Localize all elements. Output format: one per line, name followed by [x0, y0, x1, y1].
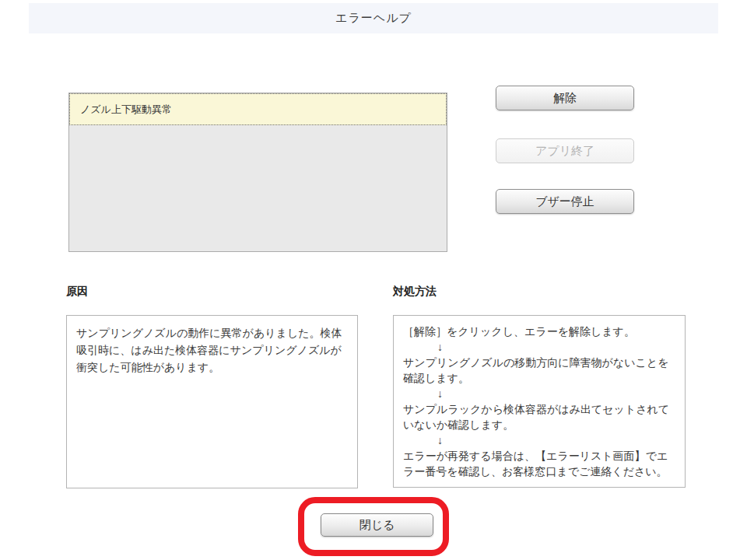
buzzer-stop-button[interactable]: ブザー停止: [496, 189, 634, 214]
remedy-step-4: エラーが再発する場合は、【エラーリスト画面】でエラー番号を確認し、お客様窓口まで…: [403, 448, 675, 479]
remedy-step-2: サンプリングノズルの移動方向に障害物がないことを確認します。: [403, 355, 675, 386]
dialog-header: エラーヘルプ: [29, 3, 718, 33]
exit-app-button[interactable]: アプリ終了: [496, 138, 634, 163]
down-arrow-icon: ↓: [403, 432, 675, 448]
close-button[interactable]: 閉じる: [321, 513, 433, 537]
page-title: エラーヘルプ: [335, 11, 412, 26]
remedy-heading: 対処方法: [393, 285, 437, 299]
error-list[interactable]: ノズル上下駆動異常: [68, 93, 447, 252]
down-arrow-icon: ↓: [403, 386, 675, 401]
cause-text: サンプリングノズルの動作に異常がありました。検体吸引時に、はみ出た検体容器にサン…: [76, 327, 342, 373]
remedy-step-1: ［解除］をクリックし、エラーを解除します。: [403, 324, 675, 339]
remedy-step-3: サンプルラックから検体容器がはみ出てセットされていないか確認します。: [403, 401, 675, 432]
release-button[interactable]: 解除: [496, 86, 634, 110]
down-arrow-icon: ↓: [403, 339, 675, 355]
remedy-text-box: ［解除］をクリックし、エラーを解除します。 ↓ サンプリングノズルの移動方向に障…: [393, 315, 686, 488]
error-list-item-label: ノズル上下駆動異常: [80, 103, 172, 117]
error-list-item-selected[interactable]: ノズル上下駆動異常: [69, 93, 447, 125]
cause-heading: 原因: [66, 285, 88, 299]
cause-text-box: サンプリングノズルの動作に異常がありました。検体吸引時に、はみ出た検体容器にサン…: [66, 315, 358, 488]
